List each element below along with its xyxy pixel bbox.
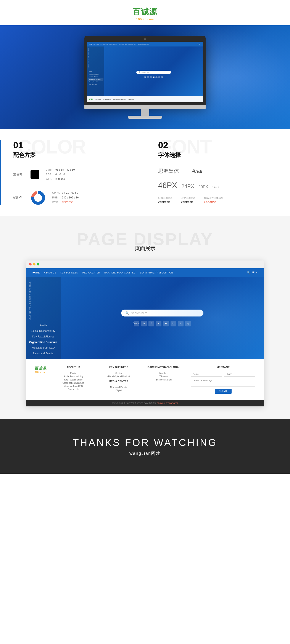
page-display-title: 页面展示: [9, 245, 281, 252]
site-nav-search-icon[interactable]: 🔍: [247, 271, 250, 274]
site-footer-members[interactable]: Members: [146, 372, 182, 375]
site-nav-key[interactable]: KEY BUSINESS: [60, 271, 78, 274]
social-icon-1[interactable]: in: [144, 76, 146, 78]
site-footer-trimmers[interactable]: Trimmers: [146, 375, 182, 378]
secondary-color-label: 辅助色: [13, 196, 24, 200]
site-footer-org[interactable]: Organization Structure: [55, 381, 92, 384]
site-footer-keyfacts[interactable]: Key Facts&Figures: [55, 378, 92, 381]
screen-footer-global[interactable]: BAICHENGYUAN GLOBAL: [113, 98, 126, 100]
secondary-rgb-value: 236：109：86: [62, 196, 79, 200]
screen-nav-media[interactable]: MEDIA CENTER: [109, 44, 118, 45]
social-icon-7[interactable]: ◎: [161, 76, 163, 78]
primary-color-swatch: [31, 170, 39, 179]
site-nav-media[interactable]: MEDIA CENTER: [82, 271, 100, 274]
social-icon-3[interactable]: +: [150, 76, 152, 78]
site-hero-sidebar-news[interactable]: News and Events: [29, 351, 58, 356]
site-nav-star[interactable]: STAR FARMER ASSOCIATION: [139, 271, 173, 274]
screen-nav-about[interactable]: ABOUT US: [93, 44, 99, 45]
font-sample-arial: Arial: [192, 168, 202, 174]
screen-nav-home[interactable]: HOME: [89, 44, 92, 45]
site-social-fb[interactable]: f: [148, 321, 154, 326]
screen-sidebar-org[interactable]: Organization Structure: [88, 78, 103, 81]
site-social-gplus[interactable]: +: [156, 321, 161, 326]
screen-sidebar-keyfacts[interactable]: Key Facts&Figures: [88, 76, 103, 78]
site-hero-sidebar-profile[interactable]: Profile: [29, 322, 58, 328]
site-social-contact[interactable]: Contact: [134, 321, 139, 326]
font-color-hover-value: #EC6D56: [204, 200, 223, 204]
site-nav-global[interactable]: BAICHENGYUAN GLOBALE: [104, 271, 135, 274]
site-nav-home[interactable]: HOME: [33, 271, 40, 274]
screen-sidebar-msg[interactable]: Message from CEO: [88, 81, 103, 83]
screen-sidebar-social[interactable]: Social Responsibility: [88, 73, 103, 76]
site-footer-medical[interactable]: Medical: [100, 372, 137, 375]
site-footer-contact[interactable]: Contact Us: [55, 388, 92, 391]
font-color-body-value: #FFFFFF: [181, 200, 195, 204]
site-footer-phone-input[interactable]: [224, 372, 255, 376]
site-footer-bar: 百诚源 100iec.com ABOUT US Profile Social R…: [26, 359, 264, 400]
screen-nav: HOME ABOUT US KEY BUSINESS MEDIA CENTER …: [87, 42, 203, 46]
screen-nav-star[interactable]: STAR FARMER ASSOCIATION: [134, 44, 149, 45]
specs-section: 01 COLOR 配色方案 主色调 CMYK 93：88：89：80 RGB 0…: [0, 129, 290, 216]
screen-sidebar: LEADING YOU TO SEE THE WORLD Profile Soc…: [87, 46, 104, 102]
screen-footer-about[interactable]: ABOUT US: [95, 98, 101, 100]
site-footer-logo: 百诚源: [35, 366, 46, 371]
site-footer-message-title: MESSAGE: [191, 366, 255, 370]
site-social-linkedin[interactable]: in: [141, 321, 147, 326]
site-hero-sidebar-org[interactable]: Organization Structure: [29, 340, 58, 345]
social-icon-2[interactable]: f: [147, 76, 149, 78]
site-footer-news[interactable]: News and Events: [100, 386, 137, 389]
site-nav-about[interactable]: ABOUT US: [44, 271, 56, 274]
svg-point-2: [34, 194, 42, 202]
browser-dot-green[interactable]: [37, 263, 39, 266]
primary-cmyk-label: CMYK: [46, 168, 53, 172]
social-icon-4[interactable]: ◆: [153, 76, 155, 78]
site-nav-lang[interactable]: EN ▾: [252, 271, 257, 274]
site-hero-sidebar-keyfacts[interactable]: Key Facts&Figures: [29, 334, 58, 340]
font-color-title-label: 标题字体颜色: [158, 196, 172, 200]
screen-search-placeholder: Search here: [142, 72, 150, 73]
site-hero-sidebar: LEADING YOU TO SEE THE WORLD Profile Soc…: [26, 277, 61, 359]
site-footer-digital[interactable]: Digital: [100, 389, 137, 392]
screen-search-bar[interactable]: 🔍 Search here: [136, 71, 171, 74]
screen-footer-key[interactable]: KEY BUSINESS: [103, 98, 111, 100]
browser-dot-red[interactable]: [29, 263, 32, 266]
site-footer-message-textarea[interactable]: [191, 378, 255, 386]
browser-chrome: [26, 260, 264, 268]
screen-sidebar-title: LEADING YOU TO SEE THE WORLD: [88, 48, 89, 69]
screen-footer: 百诚源 ABOUT US KEY BUSINESS BAICHENGYUAN G…: [87, 96, 203, 102]
screen-nav-key[interactable]: KEY BUSINESS: [100, 44, 108, 45]
social-icon-5[interactable]: in: [155, 76, 158, 78]
site-hero-sidebar-ceo[interactable]: Message from CEO: [29, 345, 58, 351]
screen-sidebar-news[interactable]: News and Events: [88, 83, 103, 86]
site-social-diamond[interactable]: ◆: [163, 321, 169, 326]
site-footer-global-col: BAICHENGYUAN GLOBAL Members Trimmers Bus…: [146, 366, 182, 394]
screen-nav-global[interactable]: BAICHENGYUAN GLOBALE: [119, 44, 133, 45]
screen-footer-msg[interactable]: MESSAGE: [128, 98, 134, 100]
monitor-stand-base: [128, 116, 162, 119]
site-hero-sidebar-title: LEADING YOU TO SEE THE WORLD: [29, 281, 31, 320]
site-hero-search[interactable]: 🔍 Search here: [121, 310, 203, 316]
site-footer-social-resp[interactable]: Social Responsibility: [55, 375, 92, 378]
screen-lang[interactable]: EN ▾: [199, 44, 201, 45]
site-footer-global-product[interactable]: Global Optimal Product: [100, 375, 137, 378]
color-title: 配色方案: [13, 151, 132, 159]
site-footer-name-input[interactable]: [191, 372, 222, 376]
screen-sidebar-profile[interactable]: Profile: [88, 70, 103, 73]
site-hero-sidebar-social[interactable]: Social Responsibility: [29, 328, 58, 334]
site-social-circle[interactable]: ◎: [185, 321, 191, 326]
site-footer-ceo-msg[interactable]: Message from CEO: [55, 384, 92, 388]
site-social-in2[interactable]: in: [171, 321, 176, 326]
screen-search-icon[interactable]: 🔍: [197, 44, 198, 45]
site-footer-submit-button[interactable]: SUBMIT: [215, 389, 231, 394]
site-footer-business-school[interactable]: Business School: [146, 378, 182, 381]
site-hero-search-icon: 🔍: [126, 311, 129, 315]
site-hero-search-text: Search here: [131, 311, 147, 315]
primary-web-value: #000000: [55, 177, 66, 182]
primary-rgb-label: RGB: [46, 172, 53, 177]
site-social-fb2[interactable]: f: [178, 321, 183, 326]
screen-footer-logo: 百诚源: [89, 98, 93, 100]
social-icon-6[interactable]: f: [158, 76, 160, 78]
font-size-14: 14PX: [212, 186, 219, 189]
site-footer-profile[interactable]: Profile: [55, 372, 92, 375]
browser-dot-yellow[interactable]: [33, 263, 36, 266]
